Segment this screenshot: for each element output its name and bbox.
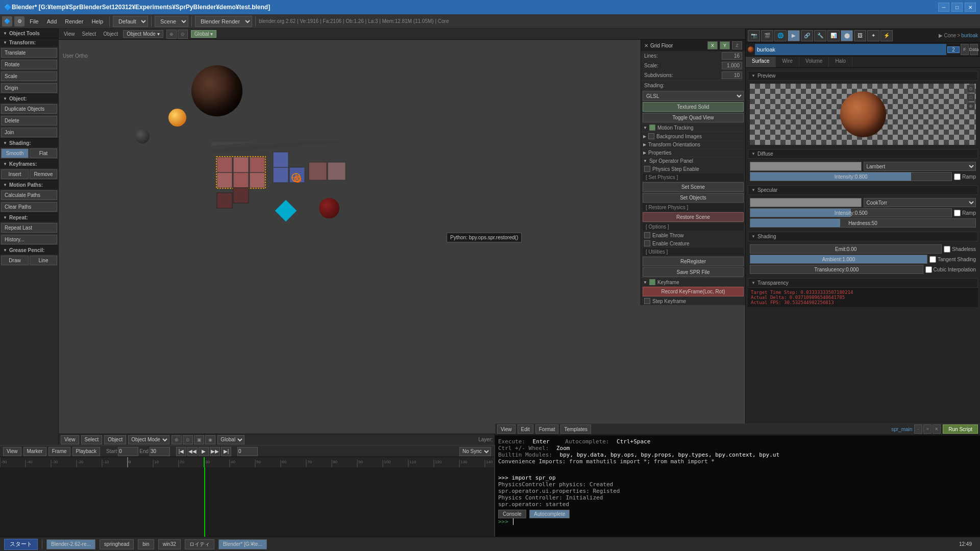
shadeless-checkbox[interactable] — [944, 246, 950, 253]
menu-add[interactable]: Add — [44, 17, 60, 26]
console-ctrl-2[interactable]: + — [923, 424, 932, 434]
f-button[interactable]: F — [961, 44, 969, 55]
tab-volume[interactable]: Volume — [799, 57, 829, 67]
texture-mode-btn[interactable]: ▣ — [194, 435, 204, 444]
origin-button[interactable]: Origin — [1, 83, 57, 93]
mode-select[interactable]: Object Mode — [128, 435, 169, 444]
smooth-button[interactable]: Smooth — [1, 148, 29, 158]
menu-render[interactable]: Render — [62, 17, 86, 26]
clear-paths-button[interactable]: Clear Paths — [1, 202, 57, 212]
insert-button[interactable]: Insert — [1, 169, 29, 179]
prop-material-icon[interactable]: ⬤ — [841, 30, 853, 41]
current-frame-input[interactable] — [237, 447, 258, 456]
timeline[interactable]: View Marker Frame Playback Start End |◀ … — [0, 445, 495, 537]
tangent-shading-checkbox[interactable] — [929, 256, 936, 263]
skip-start-btn[interactable]: |◀ — [176, 447, 186, 456]
maximize-button[interactable]: □ — [951, 3, 963, 12]
autocomplete-tab-btn[interactable]: Autocomplete — [529, 510, 570, 518]
console-view-btn[interactable]: View — [497, 424, 516, 434]
specular-hardness-slider[interactable]: Hardness: 50 — [750, 218, 976, 228]
select-menu[interactable]: Select — [80, 31, 99, 37]
console-templates-btn[interactable]: Templates — [560, 424, 591, 434]
start-button[interactable]: スタート — [4, 539, 38, 550]
prop-texture-icon[interactable]: 🖼 — [854, 30, 866, 41]
preview-ctrl-2[interactable]: □ — [967, 93, 975, 102]
global-dropdown[interactable]: Global ▾ — [191, 30, 217, 38]
minimize-button[interactable]: ─ — [938, 3, 949, 12]
join-button[interactable]: Join — [1, 128, 57, 137]
prop-constraints-icon[interactable]: 🔗 — [801, 30, 813, 41]
material-count-input[interactable] — [947, 46, 960, 53]
rotate-button[interactable]: Rotate — [1, 60, 57, 69]
skip-end-btn[interactable]: ▶| — [221, 447, 231, 456]
remove-button[interactable]: Remove — [30, 169, 57, 179]
diffuse-color-button[interactable] — [750, 162, 862, 171]
object-menu[interactable]: Object — [101, 31, 120, 37]
cubic-interpolation-checkbox[interactable] — [925, 266, 932, 273]
console-format-btn[interactable]: Format — [535, 424, 559, 434]
prev-frame-btn[interactable]: ◀◀ — [187, 447, 198, 456]
data-button[interactable]: Data — [970, 44, 978, 55]
line-button[interactable]: Line — [30, 256, 57, 265]
translate-button[interactable]: Translate — [1, 48, 57, 58]
transparency-section-title[interactable]: ▼ Transparency — [748, 278, 978, 288]
console-area[interactable]: Execute: Enter Autocomplete: Ctrl+Space … — [495, 435, 980, 537]
preview-section-title[interactable]: ▼ Preview — [748, 71, 978, 81]
specular-section-title[interactable]: ▼ Specular — [748, 185, 978, 195]
taskbar-blender2[interactable]: Blender* [G:¥te... — [218, 539, 267, 549]
viewport-icon-2[interactable]: ⊙ — [178, 30, 188, 39]
diffuse-shader-select[interactable]: Lambert — [864, 162, 976, 171]
console-ctrl-1[interactable]: - — [914, 424, 922, 434]
close-button[interactable]: ✕ — [965, 3, 976, 12]
taskbar-blender[interactable]: Blender-2.62-re... — [46, 539, 95, 549]
diffuse-section-title[interactable]: ▼ Diffuse — [748, 149, 978, 159]
prop-particle-icon[interactable]: ✦ — [867, 30, 879, 41]
run-script-button[interactable]: Run Script — [943, 424, 978, 434]
menu-help[interactable]: Help — [88, 17, 106, 26]
shading-section-title[interactable]: ▼ Shading — [748, 232, 978, 241]
timeline-playback-btn[interactable]: Playback — [72, 447, 101, 456]
tab-surface[interactable]: Surface — [746, 57, 776, 67]
console-tab-btn[interactable]: Console — [498, 510, 526, 518]
specular-shader-select[interactable]: CookTorr — [864, 198, 976, 207]
timeline-frame-btn[interactable]: Frame — [48, 447, 70, 456]
specular-intensity-slider[interactable]: Intensity: 0.500 — [750, 208, 952, 217]
viewport-icon-1[interactable]: ⊕ — [166, 30, 177, 39]
scale-button[interactable]: Scale — [1, 71, 57, 81]
preview-ctrl-3[interactable]: ⊕ — [967, 102, 975, 110]
prop-physics-icon[interactable]: ⚡ — [880, 30, 893, 41]
diffuse-intensity-slider[interactable]: Intensity: 0.800 — [750, 172, 952, 181]
pivot-select[interactable]: Global — [217, 435, 244, 444]
prop-data-icon[interactable]: 📊 — [827, 30, 840, 41]
object-mode-dropdown[interactable]: Object Mode ▾ — [123, 30, 163, 38]
sync-select[interactable]: No Sync — [459, 447, 491, 456]
tab-halo[interactable]: Halo — [829, 57, 852, 67]
delete-button[interactable]: Delete — [1, 116, 57, 126]
prop-scene-icon[interactable]: 🎬 — [761, 30, 773, 41]
diffuse-ramp-checkbox[interactable] — [954, 173, 961, 180]
taskbar-springhead[interactable]: springhead — [100, 539, 134, 549]
timeline-marker-btn[interactable]: Marker — [23, 447, 46, 456]
scene-icon[interactable]: ⚙ — [14, 16, 24, 27]
taskbar-bin[interactable]: bin — [138, 539, 154, 549]
object-button[interactable]: Object — [104, 435, 126, 444]
timeline-view-btn[interactable]: View — [3, 447, 21, 456]
prop-object-icon[interactable]: ▶ — [788, 30, 800, 41]
duplicate-objects-button[interactable]: Duplicate Objects — [1, 104, 57, 114]
console-ctrl-3[interactable]: ✕ — [933, 424, 941, 434]
rendered-mode-btn[interactable]: ◉ — [205, 435, 215, 444]
blender-icon[interactable]: 🔷 — [2, 16, 12, 27]
end-frame-input[interactable] — [150, 447, 170, 456]
engine-dropdown[interactable]: Blender Render — [195, 16, 252, 27]
next-frame-btn[interactable]: ▶▶ — [210, 447, 220, 456]
specular-color-button[interactable] — [750, 198, 862, 207]
history-button[interactable]: History... — [1, 235, 57, 244]
solid-mode-btn[interactable]: ⊕ — [172, 435, 182, 444]
calculate-paths-button[interactable]: Calculate Paths — [1, 190, 57, 200]
flat-button[interactable]: Flat — [30, 148, 57, 158]
select-button[interactable]: Select — [81, 435, 103, 444]
play-btn[interactable]: ▶ — [199, 447, 209, 456]
prop-world-icon[interactable]: 🌐 — [774, 30, 787, 41]
taskbar-notepad[interactable]: ロイティ — [185, 539, 214, 549]
ambient-slider[interactable]: Ambient: 1.000 — [750, 255, 927, 264]
